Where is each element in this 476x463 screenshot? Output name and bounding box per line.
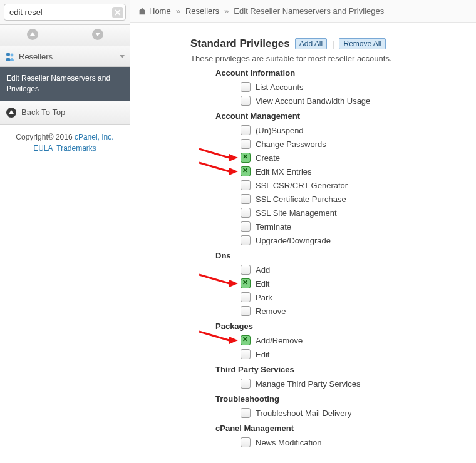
breadcrumb-sep: » xyxy=(222,6,231,16)
privilege-checkbox[interactable] xyxy=(241,221,251,232)
privilege-item: SSL Site Management xyxy=(241,206,463,220)
privilege-label: Change Passwords xyxy=(256,140,326,149)
back-to-top-label: Back To Top xyxy=(21,108,65,117)
breadcrumb: Home » Resellers » Edit Reseller Nameser… xyxy=(130,0,476,23)
main: Home » Resellers » Edit Reseller Nameser… xyxy=(130,0,476,462)
privilege-checkbox[interactable] xyxy=(241,292,251,302)
privilege-checkbox[interactable] xyxy=(241,166,251,176)
privilege-group-title: Troubleshooting xyxy=(215,394,463,404)
privilege-item: Remove xyxy=(241,304,463,318)
search-input[interactable] xyxy=(4,4,126,21)
privilege-checkbox[interactable] xyxy=(241,278,251,288)
privilege-item: SSL CSR/CRT Generator xyxy=(241,178,463,192)
privilege-item: Add xyxy=(241,263,463,277)
breadcrumb-resellers[interactable]: Resellers xyxy=(185,6,219,16)
sidebar-item-edit-reseller[interactable]: Edit Reseller Nameservers and Privileges xyxy=(0,67,130,101)
clear-search-icon[interactable]: ✕ xyxy=(112,7,123,18)
breadcrumb-sep: » xyxy=(173,6,183,16)
scroll-down-button[interactable] xyxy=(65,25,130,46)
privilege-checkbox[interactable] xyxy=(241,306,251,316)
privilege-checkbox[interactable] xyxy=(241,437,251,447)
privilege-item: Add/Remove xyxy=(241,333,463,347)
privilege-label: SSL Certificate Purchase xyxy=(256,195,346,204)
home-icon xyxy=(138,7,147,16)
sidebar-nav-arrows xyxy=(0,25,130,46)
brand-link[interactable]: cPanel, Inc. xyxy=(75,133,114,141)
privilege-label: Add/Remove xyxy=(256,336,303,345)
privilege-label: Remove xyxy=(256,307,286,316)
privilege-checkbox[interactable] xyxy=(241,335,251,345)
privilege-checkbox[interactable] xyxy=(241,194,251,204)
privilege-checkbox[interactable] xyxy=(241,153,251,163)
privilege-checkbox[interactable] xyxy=(241,82,251,92)
people-icon xyxy=(5,51,15,61)
privilege-label: Edit MX Entries xyxy=(256,167,312,176)
copyright-text: Copyright© 2016 xyxy=(16,133,75,141)
breadcrumb-current: Edit Reseller Nameservers and Privileges xyxy=(234,6,384,16)
privilege-label: Park xyxy=(256,293,272,302)
privilege-group-title: Packages xyxy=(215,322,463,331)
privilege-item: Upgrade/Downgrade xyxy=(241,233,463,247)
section-subtext: These privileges are suitable for most r… xyxy=(190,54,463,63)
back-to-top[interactable]: Back To Top xyxy=(0,101,130,125)
privilege-group-title: Third Party Services xyxy=(215,365,463,374)
privilege-checkbox[interactable] xyxy=(241,125,251,135)
sidebar-section-resellers[interactable]: Resellers xyxy=(0,46,130,67)
content: Standard Privileges Add All | Remove All… xyxy=(130,23,476,462)
privilege-item: List Accounts xyxy=(241,80,463,94)
privilege-checkbox[interactable] xyxy=(241,208,251,218)
privilege-checkbox[interactable] xyxy=(241,349,251,359)
privilege-checkbox[interactable] xyxy=(241,180,251,190)
chevron-down-icon xyxy=(120,55,125,58)
arrow-down-icon xyxy=(92,29,103,40)
privilege-checkbox[interactable] xyxy=(241,265,251,275)
privilege-item: Edit xyxy=(241,347,463,361)
sidebar-footer: Copyright© 2016 cPanel, Inc. EULA Tradem… xyxy=(0,125,130,160)
privilege-group-title: Account Management xyxy=(215,111,463,121)
privilege-item: SSL Certificate Purchase xyxy=(241,192,463,206)
privilege-group-title: cPanel Management xyxy=(215,424,463,433)
privilege-group-title: Account Information xyxy=(215,68,463,78)
privilege-label: List Accounts xyxy=(256,83,304,92)
eula-link[interactable]: EULA xyxy=(33,144,53,153)
privilege-list: News Modification xyxy=(190,435,463,449)
privilege-item: View Account Bandwidth Usage xyxy=(241,94,463,108)
privilege-checkbox[interactable] xyxy=(241,96,251,106)
search-row: ✕ xyxy=(0,0,130,25)
sidebar-section-label: Resellers xyxy=(19,52,120,61)
svg-point-0 xyxy=(6,53,10,56)
privilege-item: News Modification xyxy=(241,435,463,449)
privilege-item: Park xyxy=(241,290,463,304)
privilege-label: News Modification xyxy=(256,438,322,447)
add-all-button[interactable]: Add All xyxy=(295,38,327,49)
privilege-item: Manage Third Party Services xyxy=(241,377,463,390)
privilege-item: Troubleshoot Mail Delivery xyxy=(241,406,463,420)
privilege-label: SSL CSR/CRT Generator xyxy=(256,181,348,190)
privilege-label: Add xyxy=(256,265,270,275)
privilege-label: Manage Third Party Services xyxy=(256,379,360,389)
privilege-item: (Un)Suspend xyxy=(241,123,463,137)
breadcrumb-home[interactable]: Home xyxy=(149,6,171,16)
privilege-checkbox[interactable] xyxy=(241,235,251,245)
trademarks-link[interactable]: Trademarks xyxy=(56,144,96,153)
privilege-list: Manage Third Party Services xyxy=(190,377,463,390)
privilege-group-title: Dns xyxy=(215,251,463,260)
privilege-checkbox[interactable] xyxy=(241,379,251,389)
privilege-item: Create xyxy=(241,151,463,165)
title-row: Standard Privileges Add All | Remove All xyxy=(190,38,463,50)
privilege-item: Change Passwords xyxy=(241,137,463,151)
privilege-checkbox[interactable] xyxy=(241,139,251,149)
privilege-item: Edit xyxy=(241,277,463,290)
privilege-label: View Account Bandwidth Usage xyxy=(256,96,370,106)
scroll-up-button[interactable] xyxy=(0,25,65,46)
privilege-label: Upgrade/Downgrade xyxy=(256,236,331,245)
privilege-checkbox[interactable] xyxy=(241,408,251,418)
remove-all-button[interactable]: Remove All xyxy=(339,38,386,49)
privilege-label: (Un)Suspend xyxy=(256,126,304,135)
arrow-up-circle-icon xyxy=(6,108,16,118)
privilege-label: Troubleshoot Mail Delivery xyxy=(256,409,351,418)
privilege-list: List AccountsView Account Bandwidth Usag… xyxy=(190,80,463,108)
section-title: Standard Privileges xyxy=(190,38,290,50)
privilege-list: AddEditParkRemove xyxy=(190,263,463,318)
sidebar-item-label: Edit Reseller Nameservers and Privileges xyxy=(6,74,110,93)
